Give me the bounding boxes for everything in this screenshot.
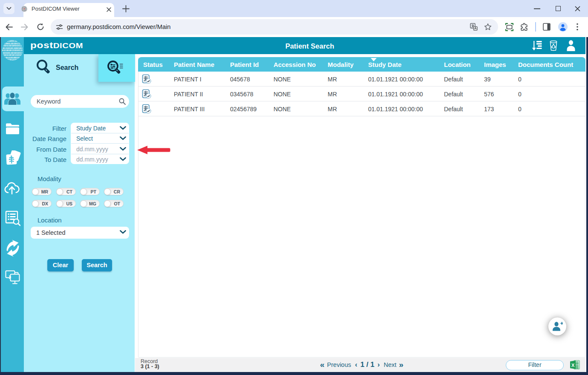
svg-text:101101011011010: 101101011011010 [2, 58, 23, 61]
svg-text:X: X [571, 363, 575, 368]
